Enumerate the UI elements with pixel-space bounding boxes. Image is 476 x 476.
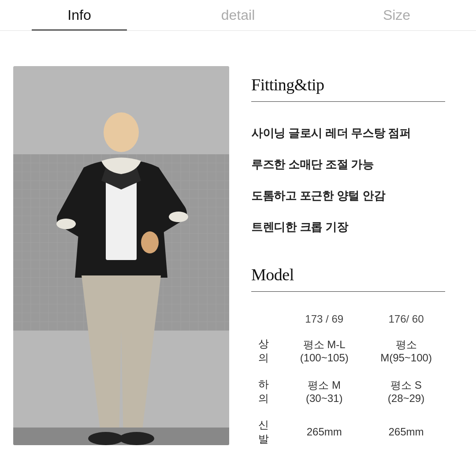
svg-point-52 — [119, 432, 154, 445]
feature-list: 사이닝 글로시 레더 무스탕 점퍼 루즈한 소매단 조절 가능 도톰하고 포근한… — [251, 118, 445, 243]
model-divider — [251, 291, 445, 292]
row-label-0: 상의 — [251, 331, 281, 371]
table-row: 상의 평소 M-L (100~105) 평소 M(95~100) — [251, 331, 445, 371]
fitting-divider — [251, 101, 445, 102]
model-section: Model 173 / 69 176/ 60 상의 평소 M-L (100~10… — [251, 265, 445, 452]
tab-info-label: Info — [67, 7, 91, 23]
row-col1-1: 평소 M (30~31) — [281, 371, 367, 412]
row-col1-2: 265mm — [281, 412, 367, 452]
svg-point-49 — [141, 231, 159, 253]
svg-point-51 — [88, 432, 123, 445]
col-header-1: 173 / 69 — [281, 308, 367, 331]
fitting-title: Fitting&tip — [251, 75, 445, 94]
row-label-1: 하의 — [251, 371, 281, 412]
feature-item-1: 사이닝 글로시 레더 무스탕 점퍼 — [251, 118, 445, 149]
main-content: Fitting&tip 사이닝 글로시 레더 무스탕 점퍼 루즈한 소매단 조절… — [0, 31, 476, 476]
feature-item-4: 트렌디한 크롭 기장 — [251, 212, 445, 243]
row-col2-0: 평소 M(95~100) — [367, 331, 445, 371]
row-label-2: 신발 — [251, 412, 281, 452]
tab-detail-label: detail — [221, 7, 255, 23]
feature-item-2: 루즈한 소매단 조절 가능 — [251, 149, 445, 180]
model-table-header-row: 173 / 69 176/ 60 — [251, 308, 445, 331]
info-panel: Fitting&tip 사이닝 글로시 레더 무스탕 점퍼 루즈한 소매단 조절… — [229, 66, 463, 463]
svg-point-45 — [104, 112, 139, 152]
model-table: 173 / 69 176/ 60 상의 평소 M-L (100~105) 평소 … — [251, 308, 445, 452]
tab-info[interactable]: Info — [0, 0, 159, 30]
feature-item-3: 도톰하고 포근한 양털 안감 — [251, 180, 445, 212]
svg-point-48 — [169, 212, 188, 222]
table-row: 하의 평소 M (30~31) 평소 S (28~29) — [251, 371, 445, 412]
table-row: 신발 265mm 265mm — [251, 412, 445, 452]
row-col1-0: 평소 M-L (100~105) — [281, 331, 367, 371]
product-image — [13, 66, 229, 445]
svg-rect-46 — [106, 181, 137, 260]
col-header-0 — [251, 308, 281, 331]
tab-navigation: Info detail Size — [0, 0, 476, 31]
model-title: Model — [251, 265, 445, 284]
tab-detail[interactable]: detail — [159, 0, 317, 30]
fitting-section: Fitting&tip 사이닝 글로시 레더 무스탕 점퍼 루즈한 소매단 조절… — [251, 75, 445, 243]
row-col2-1: 평소 S (28~29) — [367, 371, 445, 412]
tab-size[interactable]: Size — [317, 0, 476, 30]
col-header-2: 176/ 60 — [367, 308, 445, 331]
svg-point-47 — [56, 219, 76, 229]
row-col2-2: 265mm — [367, 412, 445, 452]
tab-size-label: Size — [383, 7, 410, 23]
